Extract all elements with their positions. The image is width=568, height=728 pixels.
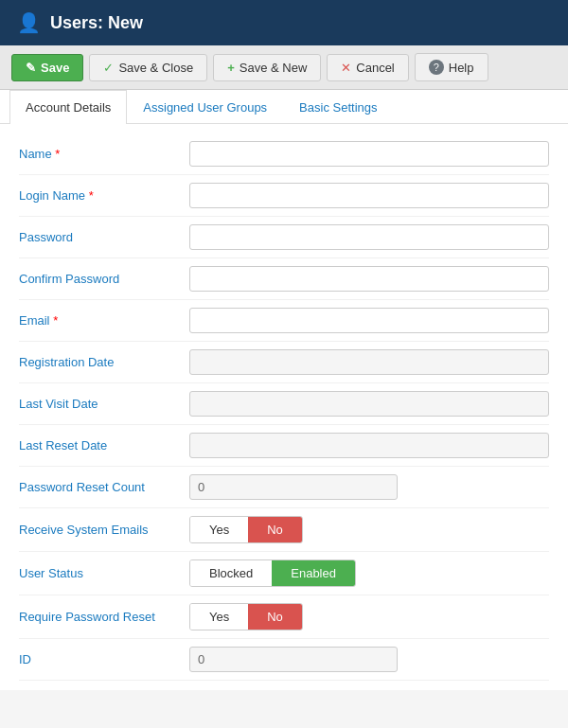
password-row: Password [19, 217, 549, 258]
id-label: ID [19, 652, 189, 666]
save-icon: ✎ [26, 61, 36, 75]
require-password-reset-no[interactable]: No [248, 604, 302, 630]
user-status-label: User Status [19, 566, 189, 580]
user-status-toggle: Blocked Enabled [189, 559, 356, 587]
checkmark-icon: ✓ [103, 61, 114, 75]
require-password-reset-yes[interactable]: Yes [190, 604, 248, 630]
password-reset-count-label: Password Reset Count [19, 480, 189, 494]
email-required: * [53, 313, 58, 328]
password-input[interactable] [189, 224, 549, 250]
user-status-row: User Status Blocked Enabled [19, 552, 549, 595]
toolbar: ✎ Save ✓ Save & Close + Save & New ✕ Can… [0, 45, 568, 90]
receive-system-emails-yes[interactable]: Yes [190, 517, 248, 542]
receive-system-emails-toggle: Yes No [189, 516, 303, 543]
cancel-button[interactable]: ✕ Cancel [327, 54, 408, 81]
email-label: Email * [19, 313, 189, 328]
main-content: Account Details Assigned User Groups Bas… [0, 90, 568, 690]
name-row: Name * [19, 133, 549, 175]
registration-date-label: Registration Date [19, 355, 189, 369]
last-visit-date-row: Last Visit Date [19, 383, 549, 425]
save-button[interactable]: ✎ Save [11, 54, 83, 81]
confirm-password-row: Confirm Password [19, 258, 549, 300]
require-password-reset-row: Require Password Reset Yes No [19, 595, 549, 639]
password-reset-count-input [189, 474, 398, 500]
last-visit-date-input [189, 391, 549, 417]
registration-date-row: Registration Date [19, 342, 549, 383]
name-required: * [55, 147, 60, 161]
require-password-reset-label: Require Password Reset [19, 610, 189, 624]
confirm-password-input[interactable] [189, 266, 549, 292]
x-icon: ✕ [341, 61, 351, 75]
email-input[interactable] [189, 308, 549, 333]
save-new-button[interactable]: + Save & New [213, 54, 321, 81]
require-password-reset-toggle: Yes No [189, 603, 303, 630]
confirm-password-label: Confirm Password [19, 272, 189, 286]
plus-icon: + [227, 61, 235, 75]
user-status-enabled[interactable]: Enabled [272, 560, 355, 586]
page-header: 👤 Users: New [0, 0, 568, 45]
user-status-blocked[interactable]: Blocked [190, 560, 272, 586]
help-button[interactable]: ? Help [415, 53, 488, 81]
help-icon: ? [429, 60, 444, 75]
login-name-row: Login Name * [19, 175, 549, 217]
name-label: Name * [19, 147, 189, 161]
tab-assigned-user-groups[interactable]: Assigned User Groups [127, 90, 283, 124]
password-label: Password [19, 230, 189, 244]
save-close-button[interactable]: ✓ Save & Close [89, 54, 207, 81]
login-name-label: Login Name * [19, 188, 189, 203]
email-row: Email * [19, 300, 549, 342]
last-reset-date-row: Last Reset Date [19, 425, 549, 467]
password-reset-count-row: Password Reset Count [19, 467, 549, 508]
account-details-form: Name * Login Name * Password Confirm Pas… [0, 124, 568, 690]
id-row: ID [19, 639, 549, 681]
login-name-input[interactable] [189, 183, 549, 208]
last-reset-date-input [189, 433, 549, 458]
name-input[interactable] [189, 141, 549, 167]
receive-system-emails-label: Receive System Emails [19, 523, 189, 537]
last-visit-date-label: Last Visit Date [19, 397, 189, 411]
receive-system-emails-row: Receive System Emails Yes No [19, 508, 549, 552]
tab-account-details[interactable]: Account Details [9, 90, 127, 124]
page-title: Users: New [50, 13, 143, 33]
tab-bar: Account Details Assigned User Groups Bas… [0, 90, 568, 124]
last-reset-date-label: Last Reset Date [19, 438, 189, 453]
tab-basic-settings[interactable]: Basic Settings [283, 90, 393, 124]
login-name-required: * [89, 188, 94, 203]
registration-date-input [189, 349, 549, 375]
receive-system-emails-no[interactable]: No [248, 517, 302, 542]
id-input [189, 647, 398, 672]
user-icon: 👤 [17, 11, 41, 34]
